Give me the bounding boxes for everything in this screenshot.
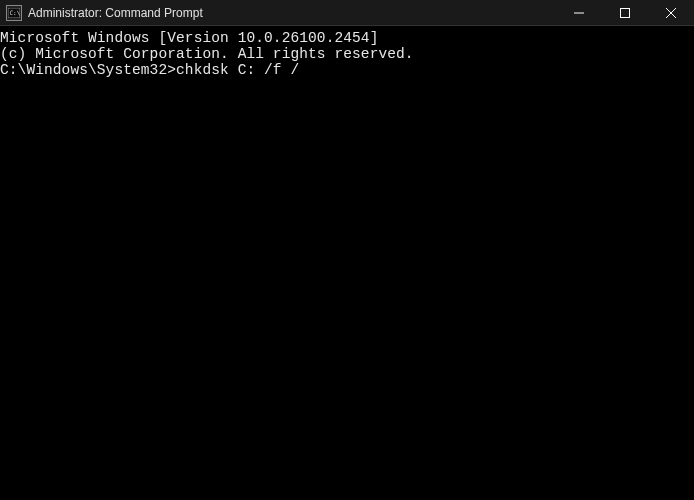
maximize-button[interactable]: [602, 0, 648, 25]
close-button[interactable]: [648, 0, 694, 25]
terminal-area[interactable]: Microsoft Windows [Version 10.0.26100.24…: [0, 26, 694, 78]
prompt-path: C:\Windows\System32>: [0, 62, 176, 78]
minimize-button[interactable]: [556, 0, 602, 25]
prompt-line: C:\Windows\System32>chkdsk C: /f /: [0, 62, 694, 78]
window-title: Administrator: Command Prompt: [28, 6, 556, 20]
output-line-copyright: (c) Microsoft Corporation. All rights re…: [0, 46, 694, 62]
svg-rect-3: [621, 8, 630, 17]
svg-text:C:\: C:\: [10, 9, 21, 16]
typed-command: chkdsk C: /f /: [176, 62, 299, 78]
titlebar: C:\ Administrator: Command Prompt: [0, 0, 694, 26]
cmd-icon: C:\: [6, 5, 22, 21]
output-line-version: Microsoft Windows [Version 10.0.26100.24…: [0, 30, 694, 46]
window-controls: [556, 0, 694, 25]
